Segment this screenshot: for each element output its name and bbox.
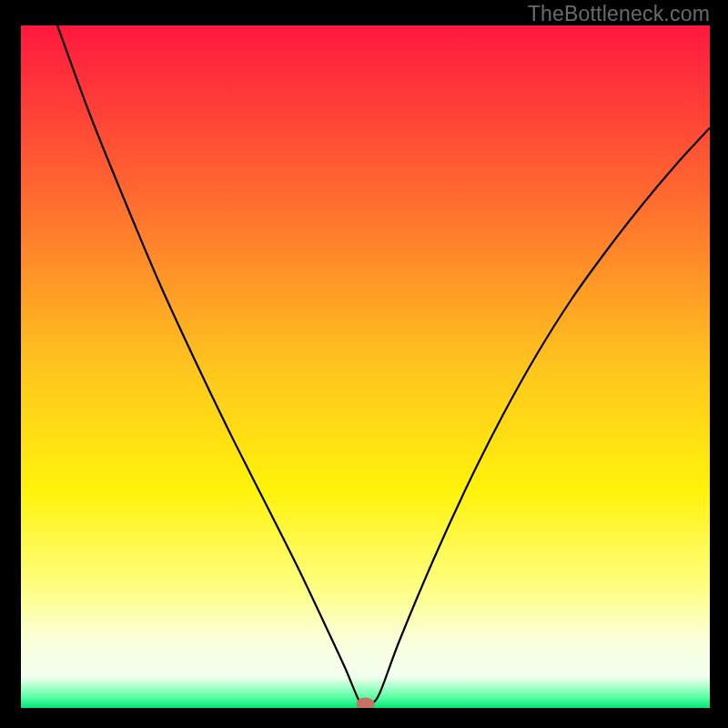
plot-background: [21, 25, 710, 708]
optimal-marker: [357, 698, 375, 711]
watermark-text: TheBottleneck.com: [528, 2, 710, 26]
bottleneck-chart: [0, 0, 728, 728]
outer-frame: TheBottleneck.com: [0, 0, 728, 728]
